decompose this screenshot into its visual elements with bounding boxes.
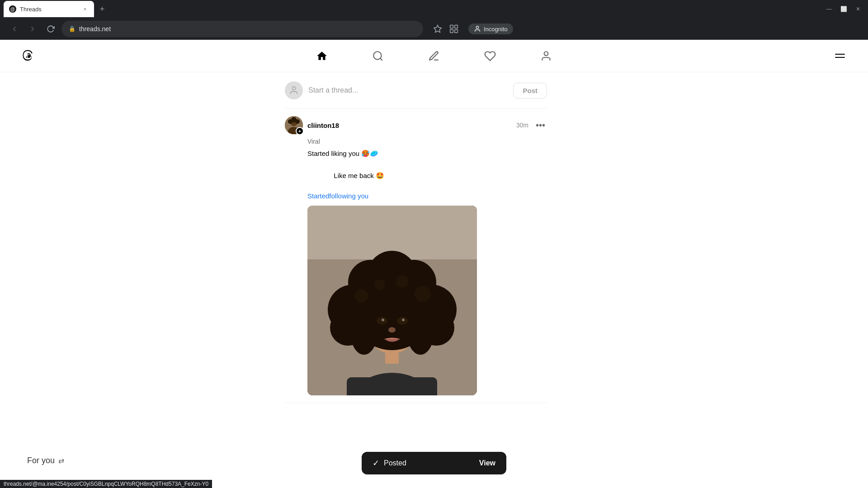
user-avatar — [285, 81, 303, 99]
svg-point-39 — [388, 327, 396, 333]
post-image-canvas — [307, 206, 477, 395]
left-panel: For you ⇄ — [0, 72, 190, 488]
svg-point-32 — [415, 286, 431, 302]
follow-button[interactable]: + — [296, 127, 304, 135]
svg-point-34 — [396, 275, 409, 288]
top-nav — [0, 40, 868, 72]
incognito-label: Incognito — [484, 26, 508, 33]
svg-point-5 — [476, 26, 478, 28]
post-text-line2: Like me back 🤩 — [307, 161, 547, 192]
back-button[interactable] — [7, 22, 22, 36]
menu-button[interactable] — [830, 46, 850, 66]
author-name[interactable]: cliinton18 — [307, 122, 339, 129]
svg-point-42 — [350, 310, 377, 355]
feed-area: Start a thread... Post — [190, 72, 642, 488]
status-url: threads.net/@ma.ine4254/post/C0yiSGBLnpq… — [4, 481, 208, 487]
close-window-button[interactable]: ✕ — [852, 3, 864, 15]
post-text-line1: Started liking you 🥵🥏 — [307, 149, 547, 159]
svg-rect-20 — [347, 377, 437, 395]
browser-tab[interactable]: @ Threads × — [4, 1, 94, 17]
post-author: + cliinton18 — [285, 116, 339, 134]
security-icon: 🔒 — [69, 26, 75, 32]
post-link[interactable]: Startedfollowing you — [307, 192, 368, 200]
svg-point-6 — [373, 52, 381, 59]
thread-input[interactable]: Start a thread... — [308, 86, 508, 94]
post-button[interactable]: Post — [513, 83, 547, 99]
threads-logo[interactable] — [18, 47, 36, 65]
svg-point-15 — [291, 117, 297, 122]
svg-line-7 — [380, 58, 382, 61]
reload-button[interactable] — [43, 22, 58, 36]
toolbar-icons — [430, 22, 461, 36]
compose-nav-icon[interactable] — [424, 46, 444, 66]
home-nav-icon[interactable] — [312, 46, 332, 66]
posted-toast: ✓ Posted View — [362, 452, 506, 474]
post-content: Started liking you 🥵🥏 Like me back 🤩 Sta… — [307, 149, 547, 395]
tab-close-button[interactable]: × — [81, 5, 89, 13]
new-tab-button[interactable]: + — [96, 3, 108, 15]
tab-title: Threads — [20, 6, 78, 13]
search-nav-icon[interactable] — [368, 46, 388, 66]
svg-rect-2 — [455, 25, 458, 28]
post-image[interactable] — [307, 206, 477, 395]
svg-rect-1 — [450, 25, 453, 28]
address-bar: 🔒 threads.net — [0, 18, 868, 40]
threads-app: For you ⇄ Start a thread... Post — [0, 40, 868, 488]
main-content: For you ⇄ Start a thread... Post — [0, 72, 868, 488]
post-link-container: Startedfollowing you — [307, 192, 547, 200]
svg-point-37 — [382, 319, 384, 321]
svg-point-31 — [355, 289, 368, 303]
incognito-button[interactable]: Incognito — [468, 23, 513, 34]
activity-nav-icon[interactable] — [480, 46, 500, 66]
svg-rect-4 — [455, 30, 458, 33]
profile-nav-icon[interactable] — [536, 46, 556, 66]
check-icon: ✓ — [373, 458, 379, 468]
for-you-label: For you ⇄ — [27, 456, 64, 465]
post-time: 30m — [516, 122, 528, 129]
maximize-button[interactable]: ⬜ — [837, 3, 850, 15]
posted-left: ✓ Posted — [373, 458, 406, 468]
status-bar: threads.net/@ma.ine4254/post/C0yiSGBLnpq… — [0, 480, 212, 488]
url-text: threads.net — [79, 25, 111, 33]
bookmark-star-icon[interactable] — [430, 22, 445, 36]
svg-point-9 — [292, 87, 295, 90]
author-avatar[interactable]: + — [285, 116, 303, 134]
nav-icons — [312, 46, 556, 66]
svg-marker-0 — [434, 25, 442, 33]
svg-point-38 — [402, 319, 405, 321]
minimize-button[interactable]: — — [823, 3, 835, 15]
for-you-icon: ⇄ — [58, 456, 64, 465]
hamburger-icon — [835, 54, 845, 58]
tab-search-icon[interactable] — [447, 22, 461, 36]
view-button[interactable]: View — [479, 459, 495, 467]
thread-post: + cliinton18 30m ••• Viral Started likin… — [285, 109, 547, 403]
svg-rect-3 — [450, 30, 453, 33]
post-header: + cliinton18 30m ••• — [285, 116, 547, 134]
svg-point-43 — [407, 310, 434, 355]
tab-favicon: @ — [9, 5, 16, 13]
svg-point-33 — [374, 279, 385, 290]
more-options-button[interactable]: ••• — [534, 118, 547, 132]
svg-point-8 — [544, 52, 548, 56]
right-panel — [642, 72, 868, 488]
new-thread-composer: Start a thread... Post — [285, 72, 547, 109]
tab-bar: @ Threads × + — ⬜ ✕ — [0, 0, 868, 18]
svg-point-28 — [367, 251, 417, 300]
forward-button[interactable] — [25, 22, 40, 36]
posted-label: Posted — [384, 459, 406, 467]
window-controls: — ⬜ ✕ — [823, 3, 864, 15]
post-label: Viral — [307, 138, 547, 145]
post-meta: 30m ••• — [516, 118, 547, 132]
browser-frame: @ Threads × + — ⬜ ✕ � — [0, 0, 868, 40]
url-bar[interactable]: 🔒 threads.net — [61, 21, 423, 37]
